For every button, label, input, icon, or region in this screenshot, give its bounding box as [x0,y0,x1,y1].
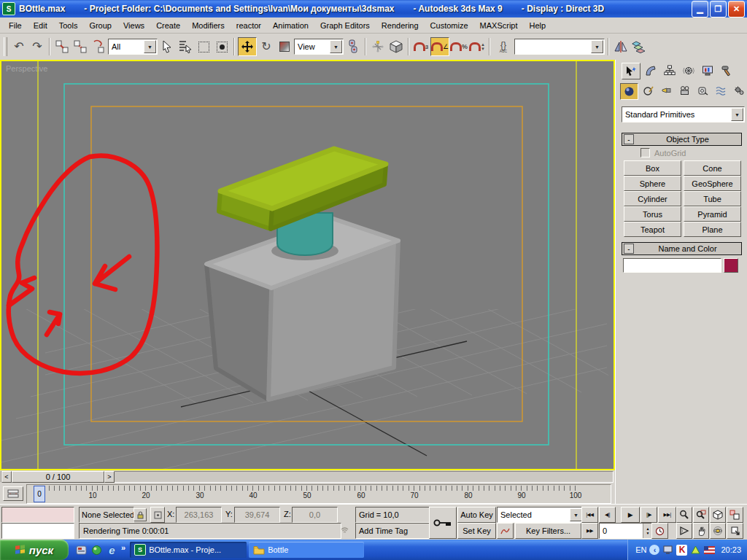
percent-snap-button[interactable]: % [450,38,468,55]
mirror-button[interactable] [612,38,630,55]
arc-rotate-button[interactable] [710,523,726,539]
viewport-canvas[interactable] [1,61,614,469]
menu-views[interactable]: Views [117,20,150,31]
menu-maxscript[interactable]: MAXScript [474,20,524,31]
tube-button[interactable]: Tube [684,191,741,206]
minimize-button[interactable]: ▁ [692,1,708,18]
set-key-button[interactable]: Set Key [457,523,496,539]
menu-edit[interactable]: Edit [28,20,53,31]
maxscript-mini-listener-pink[interactable] [1,507,74,523]
current-frame-marker[interactable]: 0 [34,486,45,502]
goto-start-button[interactable]: |◀◀ [581,507,598,523]
track-bar-ruler[interactable]: 0 10 20 30 40 50 60 70 80 90 100 0 [26,484,611,504]
select-object-button[interactable] [158,38,176,55]
maxscript-mini-listener-white[interactable] [1,523,74,539]
cylinder-button[interactable]: Cylinder [624,191,681,206]
key-mode-dropdown[interactable]: Selected ▼ [497,507,584,523]
task-button-3dsmax[interactable]: S BOttle.max - Proje... [130,542,247,558]
z-coordinate-field[interactable]: 0,0 [292,507,338,523]
menu-tools[interactable]: Tools [53,20,84,31]
play-button[interactable]: ▶ [621,507,640,523]
angle-snap-button[interactable]: ∠ [430,37,449,56]
select-and-scale-button[interactable] [276,38,293,55]
geosphere-button[interactable]: GeoSphere [684,176,741,191]
hide-icons-chevron[interactable]: ‹ [649,545,659,555]
dropdown-arrow-icon[interactable]: ▼ [144,40,156,53]
menu-rendering[interactable]: Rendering [376,20,425,31]
category-lights-button[interactable] [658,83,675,98]
category-systems-button[interactable] [731,83,747,98]
object-name-field[interactable] [623,258,721,273]
previous-frame-button[interactable]: ◀|| [599,507,616,523]
box-button[interactable]: Box [624,160,681,176]
menu-graph-editors[interactable]: Graph Editors [314,20,376,31]
field-of-view-button[interactable] [676,523,692,539]
tab-utilities[interactable] [718,63,735,78]
tab-modify[interactable] [642,63,659,78]
y-coordinate-field[interactable]: 39,674 [234,507,280,523]
dropdown-arrow-icon[interactable]: ▼ [591,40,603,53]
menu-animation[interactable]: Animation [267,20,314,31]
quick-launch-app-icon[interactable] [74,543,88,557]
menu-file[interactable]: File [3,20,28,31]
restore-button[interactable]: ❐ [710,1,727,18]
selection-lock-button[interactable] [133,508,147,521]
use-pivot-point-button[interactable] [344,38,362,55]
category-helpers-button[interactable] [694,83,711,98]
teapot-button[interactable]: Teapot [624,222,681,237]
unlink-selection-button[interactable] [71,38,89,55]
tab-display[interactable] [699,63,716,78]
current-frame-field[interactable]: 0 ▲▼ [599,523,653,539]
category-geometry-button[interactable] [620,83,638,100]
menu-reactor[interactable]: reactor [231,20,267,31]
reference-coordinate-dropdown[interactable]: View ▼ [294,39,344,55]
quick-launch-ie-icon[interactable]: e [105,543,119,557]
start-button[interactable]: пуск [0,540,69,560]
snap-toggle-button[interactable]: 3 [412,38,430,55]
close-button[interactable]: ✕ [728,1,745,18]
select-and-move-button[interactable] [238,37,257,56]
window-crossing-button[interactable] [213,38,231,55]
tab-create[interactable] [622,63,640,79]
goto-end-button[interactable]: ▶▶| [658,507,676,523]
select-and-manipulate-button[interactable] [369,38,387,55]
keyboard-shortcut-override-button[interactable] [387,38,405,55]
object-color-swatch[interactable] [724,258,738,273]
maximize-viewport-toggle[interactable] [727,523,743,539]
spinner-snap-button[interactable]: ▲▼ [468,38,486,55]
zoom-extents-all-button[interactable] [727,507,743,523]
object-type-rollout-header[interactable]: - Object Type [622,133,742,146]
next-frame-button[interactable]: ||▶ [640,507,657,523]
align-button[interactable] [630,38,648,55]
bind-to-space-warp-button[interactable] [90,38,107,55]
redo-button[interactable]: ↷ [28,38,46,55]
key-filters-button[interactable]: Key Filters... [515,523,581,539]
time-slider-handle[interactable]: 0 / 100 [12,471,104,483]
select-and-rotate-button[interactable]: ↻ [258,38,275,55]
edit-named-selections-button[interactable]: {}ABC [493,38,514,55]
tray-flag-icon[interactable] [704,545,715,556]
dropdown-arrow-icon[interactable]: ▼ [330,40,342,53]
bottle-model[interactable] [206,149,398,400]
menu-help[interactable]: Help [524,20,552,31]
undo-button[interactable]: ↶ [10,38,28,55]
torus-button[interactable]: Torus [624,206,681,222]
name-color-rollout-header[interactable]: - Name and Color [622,242,742,255]
menu-create[interactable]: Create [150,20,186,31]
perspective-viewport[interactable]: Perspective [0,60,615,470]
select-and-link-button[interactable] [53,38,71,55]
time-configuration-button[interactable] [651,523,668,539]
default-tangent-button[interactable] [497,523,514,539]
language-indicator[interactable]: EN [635,545,646,554]
time-slider-next-button[interactable]: > [104,471,115,483]
menu-modifiers[interactable]: Modifiers [186,20,231,31]
category-cameras-button[interactable] [676,83,693,98]
tray-display-icon[interactable] [662,545,673,556]
primitives-category-dropdown[interactable]: Standard Primitives ▼ [622,106,745,122]
sphere-button[interactable]: Sphere [624,176,681,191]
key-mode-toggle-button[interactable]: ▶▶ [581,523,598,539]
zoom-button[interactable] [676,507,692,523]
zoom-extents-button[interactable] [710,507,726,523]
select-by-name-button[interactable] [177,38,194,55]
tab-hierarchy[interactable] [661,63,678,78]
